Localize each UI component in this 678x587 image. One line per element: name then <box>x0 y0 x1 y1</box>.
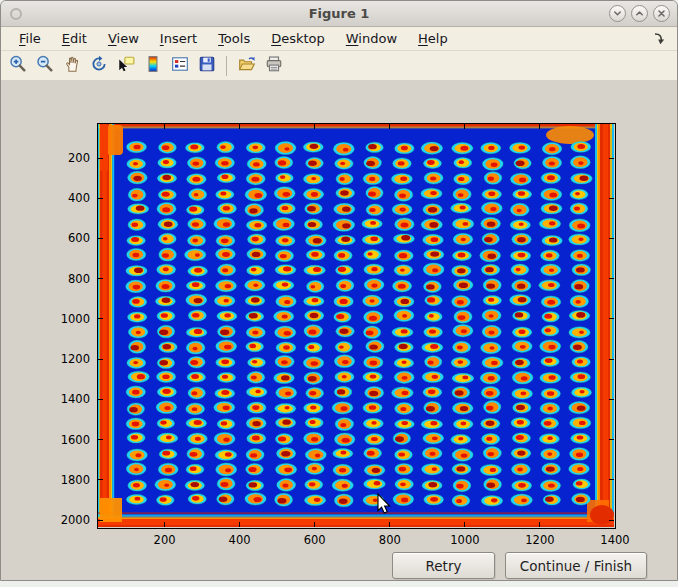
insert-legend-icon <box>171 55 189 76</box>
y-axis-labels: 200400600800100012001400160018002000 <box>61 151 90 527</box>
rotate-3d-icon <box>90 55 108 76</box>
svg-text:600: 600 <box>304 533 326 547</box>
svg-text:1000: 1000 <box>61 312 90 326</box>
svg-text:800: 800 <box>379 533 401 547</box>
dock-figure-icon[interactable] <box>652 32 665 45</box>
pan-icon <box>63 55 81 76</box>
menu-item-edit[interactable]: Edit <box>54 29 95 48</box>
svg-text:800: 800 <box>68 272 90 286</box>
data-cursor-button[interactable] <box>113 53 138 78</box>
figure-canvas[interactable]: 2004006008001000120014002004006008001000… <box>1 80 677 580</box>
menu-item-view[interactable]: View <box>100 29 147 48</box>
insert-colorbar-icon <box>144 55 162 76</box>
svg-text:1800: 1800 <box>61 473 90 487</box>
menu-item-help[interactable]: Help <box>410 29 456 48</box>
title-bar[interactable]: Figure 1 <box>1 1 677 27</box>
svg-text:400: 400 <box>68 191 90 205</box>
svg-text:1600: 1600 <box>61 433 90 447</box>
close-button[interactable] <box>653 5 670 22</box>
menu-item-insert[interactable]: Insert <box>152 29 205 48</box>
data-cursor-icon <box>117 55 135 76</box>
toolbar-separator <box>226 56 227 76</box>
svg-text:400: 400 <box>229 533 251 547</box>
maximize-button[interactable] <box>631 5 648 22</box>
zoom-in-icon <box>9 55 27 76</box>
zoom-out-button[interactable] <box>32 53 57 78</box>
open-file-icon <box>238 55 256 76</box>
rotate-3d-button[interactable] <box>86 53 111 78</box>
window-controls <box>609 5 670 22</box>
menu-item-tools[interactable]: Tools <box>210 29 258 48</box>
menu-bar: FileEditViewInsertToolsDesktopWindowHelp <box>1 27 677 51</box>
continue-finish-button[interactable]: Continue / Finish <box>505 552 647 579</box>
menu-item-window[interactable]: Window <box>338 29 405 48</box>
axes-plot[interactable]: 2004006008001000120014002004006008001000… <box>1 80 677 580</box>
figure-window: Figure 1 FileEditViewInsertToolsDesktopW… <box>0 0 678 581</box>
menu-item-desktop[interactable]: Desktop <box>263 29 333 48</box>
svg-text:1400: 1400 <box>61 392 90 406</box>
shade-button[interactable] <box>609 5 626 22</box>
menu-items: FileEditViewInsertToolsDesktopWindowHelp <box>11 29 456 48</box>
open-file-button[interactable] <box>234 53 259 78</box>
svg-text:2000: 2000 <box>61 513 90 527</box>
x-axis-labels: 200400600800100012001400 <box>154 533 630 547</box>
figure-toolbar <box>1 51 677 81</box>
print-figure-button[interactable] <box>261 53 286 78</box>
menu-item-file[interactable]: File <box>11 29 49 48</box>
svg-text:200: 200 <box>154 533 176 547</box>
svg-text:1200: 1200 <box>61 352 90 366</box>
save-figure-button[interactable] <box>194 53 219 78</box>
retry-button[interactable]: Retry <box>392 552 495 579</box>
pan-button[interactable] <box>59 53 84 78</box>
svg-text:200: 200 <box>68 151 90 165</box>
print-figure-icon <box>265 55 283 76</box>
svg-text:1200: 1200 <box>525 533 554 547</box>
window-title: Figure 1 <box>1 6 677 21</box>
window-menu-icon[interactable] <box>10 8 22 20</box>
insert-legend-button[interactable] <box>167 53 192 78</box>
zoom-in-button[interactable] <box>5 53 30 78</box>
save-figure-icon <box>198 55 216 76</box>
plot-image[interactable] <box>97 123 615 528</box>
svg-text:1000: 1000 <box>450 533 479 547</box>
zoom-out-icon <box>36 55 54 76</box>
svg-text:1400: 1400 <box>600 533 629 547</box>
insert-colorbar-button[interactable] <box>140 53 165 78</box>
svg-text:600: 600 <box>68 231 90 245</box>
